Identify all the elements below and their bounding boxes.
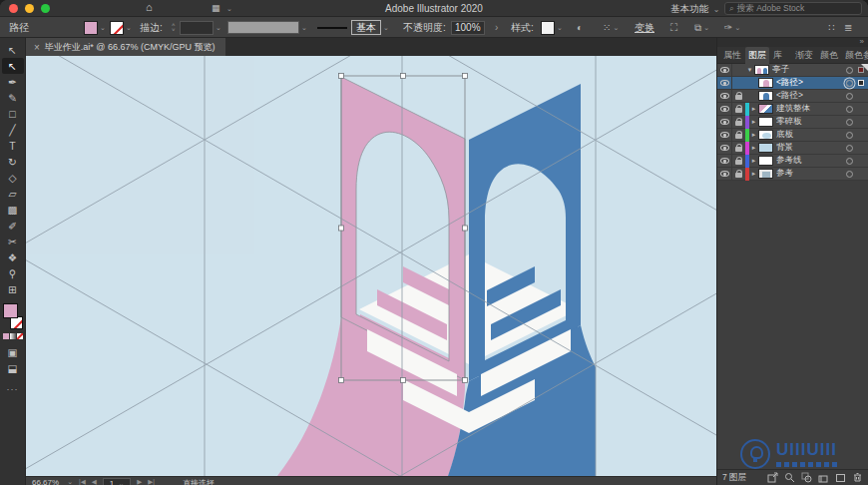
tab-图层[interactable]: 图层 [745,47,769,64]
expand-toggle[interactable]: ▸ [749,144,758,152]
selection-tool[interactable]: ↖ [2,42,24,58]
blend-tool[interactable]: ❖ [2,249,24,265]
target-circle[interactable] [846,106,853,113]
zoom-tool[interactable]: ⚲ [2,265,24,281]
layer-name[interactable]: 参考线 [776,155,846,167]
screen-mode-icon[interactable]: ⬓ [2,360,24,376]
curvature-tool[interactable]: ✎ [2,90,24,106]
paintbrush-tool[interactable]: ╱ [2,122,24,138]
layer-name[interactable]: 底板 [776,129,846,141]
target-circle[interactable] [846,145,853,152]
rectangle-tool[interactable]: □ [2,106,24,122]
last-artboard-button[interactable]: ▶| [148,478,155,485]
zoom-dropdown-icon[interactable]: ⌄ [67,478,73,485]
transform-link[interactable]: 变换 [635,17,654,38]
expand-toggle[interactable]: ▸ [749,131,758,139]
expand-toggle[interactable]: ▸ [749,170,758,178]
lock-toggle[interactable] [732,118,745,126]
layer-row-亭子[interactable]: ▾亭子 [717,64,868,77]
graph-options-icon[interactable]: ✑⌄ [724,17,740,38]
document-setup-icon[interactable]: ◐ [577,17,583,38]
expand-toggle[interactable]: ▸ [749,118,758,126]
layer-name[interactable]: 建筑整体 [776,103,846,115]
tab-渐变[interactable]: 渐变 [792,47,816,64]
document-tab[interactable]: × 毕业作业.ai* @ 66.67% (CMYK/GPU 预览) [26,38,225,56]
new-sublayer-icon[interactable] [818,472,829,483]
tab-库[interactable]: 库 [770,47,785,64]
align-options-icon[interactable]: ⁙⌄ [603,17,619,38]
expand-toggle[interactable]: ▸ [749,105,758,113]
target-circle[interactable] [846,67,853,74]
target-circle[interactable] [846,93,853,100]
target-circle[interactable] [846,80,853,87]
visibility-toggle[interactable] [717,142,732,154]
layer-row-底板[interactable]: ▸底板 [717,129,868,142]
rotate-tool[interactable]: ↻ [2,154,24,170]
visibility-toggle[interactable] [717,77,732,89]
target-circle[interactable] [846,132,853,139]
artboard-tool[interactable]: ⊞ [2,281,24,297]
delete-layer-icon[interactable] [852,472,863,483]
zoom-level[interactable]: 66.67% [32,478,59,485]
expand-toggle[interactable]: ▸ [749,157,758,165]
lock-toggle[interactable] [732,105,745,113]
opacity-field[interactable]: 100% [451,17,485,38]
fill-color-swatch[interactable]: ⌄ [84,17,106,38]
fill-indicator[interactable] [3,303,18,318]
layer-row-零碎板[interactable]: ▸零碎板 [717,116,868,129]
close-tab-icon[interactable]: × [34,42,40,53]
visibility-toggle[interactable] [717,129,732,141]
layer-name[interactable]: <路径> [776,77,846,89]
panel-grid-icon[interactable]: ∷ [828,17,834,38]
panel-list-icon[interactable]: ≣ [844,17,852,38]
layer-name[interactable]: 背景 [776,142,846,154]
layer-name[interactable]: 参考 [776,168,846,180]
layer-row-路径[interactable]: <路径> [717,77,868,90]
visibility-toggle[interactable] [717,90,732,102]
draw-mode-icon[interactable]: ▣ [2,344,24,360]
locate-object-icon[interactable] [784,472,795,483]
canvas[interactable] [26,56,716,476]
fill-stroke-control[interactable] [2,303,24,329]
gradient-tool[interactable]: ▩ [2,202,24,218]
eyedropper-tool[interactable]: ✐ [2,218,24,234]
new-layer-icon[interactable] [835,472,846,483]
search-input[interactable]: ⌕ 搜索 Adobe Stock [724,2,862,15]
lock-toggle[interactable] [732,131,745,139]
artboard-number-field[interactable]: 1 ⌄ [103,478,132,485]
layer-row-路径[interactable]: <路径> [717,90,868,103]
direct-selection-tool[interactable]: ↖ [2,58,24,74]
target-circle[interactable] [846,119,853,126]
workspace-switcher[interactable]: 基本功能 ⌄ [670,3,719,16]
stroke-weight-field[interactable]: ⌄ [180,17,221,38]
type-tool[interactable]: T [2,138,24,154]
canvas-artwork[interactable] [26,56,716,476]
layer-row-参考[interactable]: ▸参考 [717,168,868,181]
lock-toggle[interactable] [732,170,745,178]
first-artboard-button[interactable]: |◀ [79,478,86,485]
shape-options-icon[interactable]: ⧉⌄ [694,17,709,38]
width-tool[interactable]: ◇ [2,170,24,186]
tab-属性[interactable]: 属性 [720,47,744,64]
target-circle[interactable] [846,158,853,165]
layer-name[interactable]: 亭子 [772,64,846,76]
lock-toggle[interactable] [732,92,745,100]
layer-name[interactable]: <路径> [776,90,846,102]
opacity-more[interactable]: › [495,17,498,38]
lock-toggle[interactable] [732,157,745,165]
next-artboard-button[interactable]: ▶ [137,478,142,485]
width-profile-dropdown[interactable]: ⌄ [227,17,307,38]
isolate-icon[interactable]: ⛶ [670,17,677,38]
layer-row-背景[interactable]: ▸背景 [717,142,868,155]
brush-definition-dropdown[interactable]: 基本⌄ [317,17,389,38]
edit-toolbar-icon[interactable]: ··· [7,384,19,394]
layer-row-参考线[interactable]: ▸参考线 [717,155,868,168]
scissors-tool[interactable]: ✂ [2,234,24,249]
visibility-toggle[interactable] [717,116,732,128]
layer-name[interactable]: 零碎板 [776,116,846,128]
shear-tool[interactable]: ▱ [2,186,24,202]
visibility-toggle[interactable] [717,103,732,115]
style-swatch[interactable]: ⌄ [541,17,563,38]
lock-toggle[interactable] [732,144,745,152]
collect-for-export-icon[interactable] [767,472,778,483]
